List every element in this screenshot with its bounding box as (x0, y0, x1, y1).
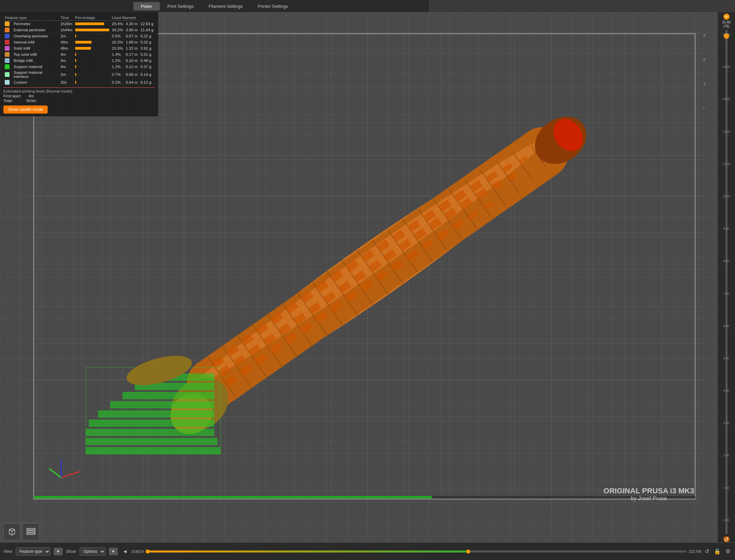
color-swatch (5, 64, 10, 69)
row-bar (74, 45, 111, 51)
row-time: 30s (59, 79, 74, 85)
color-swatch (5, 34, 10, 38)
row-bar (74, 79, 111, 85)
row-pct: 28.4% (111, 21, 125, 27)
stats-row: Solid infill 48m 15.9% 1.32 m 3.92 g (3, 45, 155, 51)
stats-row: External perimeter 1h44m 34.2% 3.90 m 11… (3, 27, 155, 33)
row-time: 48m (59, 45, 74, 51)
row-grams: 0.19 g (139, 70, 155, 79)
row-bar (74, 39, 111, 45)
tab-filament-settings[interactable]: Filament Settings (201, 2, 250, 11)
printing-times: Estimated printing times [Normal mode]: … (3, 87, 155, 103)
row-label: Support material (12, 64, 59, 70)
row-grams: 0.12 g (139, 79, 155, 85)
row-time: 2m (59, 33, 74, 39)
row-meters: 1.32 m (124, 45, 139, 51)
row-label: Custom (12, 79, 59, 85)
row-color-cell (3, 70, 12, 79)
row-grams: 0.37 g (139, 64, 155, 70)
row-time: 49m (59, 39, 74, 45)
row-label: Solid infill (12, 45, 59, 51)
row-label: Support material interface (12, 70, 59, 79)
row-pct: 1.2% (111, 57, 125, 64)
color-swatch (5, 40, 10, 45)
row-grams: 5.02 g (139, 39, 155, 45)
tab-printer-settings[interactable]: Printer Settings (250, 2, 295, 11)
row-grams: 3.92 g (139, 45, 155, 51)
col-feature-type: Feature type (3, 15, 59, 21)
stats-row: Custom 30s 0.2% 0.04 m 0.12 g (3, 79, 155, 85)
row-meters: 1.68 m (124, 39, 139, 45)
row-meters: 0.16 m (124, 57, 139, 64)
row-meters: 0.12 m (124, 64, 139, 70)
tab-plater[interactable]: Plater (133, 2, 160, 11)
row-pct: 15.9% (111, 45, 125, 51)
row-label: Bridge infill (12, 57, 59, 64)
col-used-filament: Used filament (111, 15, 139, 21)
total-label: Total: (3, 99, 13, 103)
row-pct: 1.2% (111, 64, 125, 70)
row-color-cell (3, 57, 12, 64)
row-label: External perimeter (12, 27, 59, 33)
row-grams: 0.48 g (139, 57, 155, 64)
col-time: Time (59, 15, 74, 21)
color-swatch (5, 80, 10, 85)
top-nav: Plater Print Settings Filament Settings … (0, 0, 429, 13)
row-color-cell (3, 33, 12, 39)
row-label: Top solid infill (12, 51, 59, 57)
tab-print-settings[interactable]: Print Settings (160, 2, 201, 11)
row-color-cell (3, 27, 12, 33)
row-bar (74, 27, 111, 33)
color-swatch (5, 52, 10, 57)
row-time: 1h26m (59, 21, 74, 27)
color-swatch (5, 21, 10, 26)
row-grams: 0.22 g (139, 33, 155, 39)
stats-row: Top solid infill 4m 1.4% 0.17 m 0.51 g (3, 51, 155, 57)
row-bar (74, 51, 111, 57)
color-swatch (5, 28, 10, 32)
row-time: 2m (59, 70, 74, 79)
time-row-total: Total: 5h3m (3, 99, 155, 103)
row-grams: 12.83 g (139, 21, 155, 27)
row-meters: 0.17 m (124, 51, 139, 57)
row-color-cell (3, 21, 12, 27)
row-time: 4m (59, 64, 74, 70)
time-row-first-layer: First layer: 4m (3, 94, 155, 98)
stats-row: Support material 4m 1.2% 0.12 m 0.37 g (3, 64, 155, 70)
stats-row: Perimeter 1h26m 28.4% 4.30 m 12.83 g (3, 21, 155, 27)
first-layer-label: First layer: (3, 94, 22, 98)
stats-panel: Feature type Time Percentage Used filame… (0, 12, 158, 116)
color-swatch (5, 72, 10, 77)
row-pct: 16.3% (111, 39, 125, 45)
row-color-cell (3, 51, 12, 57)
col-percentage: Percentage (74, 15, 111, 21)
row-color-cell (3, 64, 12, 70)
row-pct: 1.4% (111, 51, 125, 57)
color-swatch (5, 58, 10, 63)
row-bar (74, 57, 111, 64)
stats-row: Support material interface 2m 0.7% 0.06 … (3, 70, 155, 79)
row-label: Perimeter (12, 21, 59, 27)
row-pct: 0.7% (111, 70, 125, 79)
row-bar (74, 33, 111, 39)
row-bar (74, 70, 111, 79)
color-swatch (5, 46, 10, 51)
row-time: 4m (59, 51, 74, 57)
row-bar (74, 21, 111, 27)
stats-row: Overhang perimeter 2m 0.5% 0.07 m 0.22 g (3, 33, 155, 39)
stats-row: Internal infill 49m 16.3% 1.68 m 5.02 g (3, 39, 155, 45)
row-bar (74, 64, 111, 70)
total-val: 5h3m (27, 99, 36, 103)
stats-row: Bridge infill 4m 1.2% 0.16 m 0.48 g (3, 57, 155, 64)
row-meters: 0.04 m (124, 79, 139, 85)
row-meters: 0.07 m (124, 33, 139, 39)
printing-times-title: Estimated printing times [Normal mode]: (3, 89, 155, 93)
row-grams: 11.64 g (139, 27, 155, 33)
row-pct: 0.2% (111, 79, 125, 85)
first-layer-val: 4m (29, 94, 34, 98)
stealth-mode-button[interactable]: Show stealth mode (3, 105, 48, 114)
row-meters: 0.06 m (124, 70, 139, 79)
row-color-cell (3, 39, 12, 45)
row-pct: 0.5% (111, 33, 125, 39)
row-meters: 3.90 m (124, 27, 139, 33)
